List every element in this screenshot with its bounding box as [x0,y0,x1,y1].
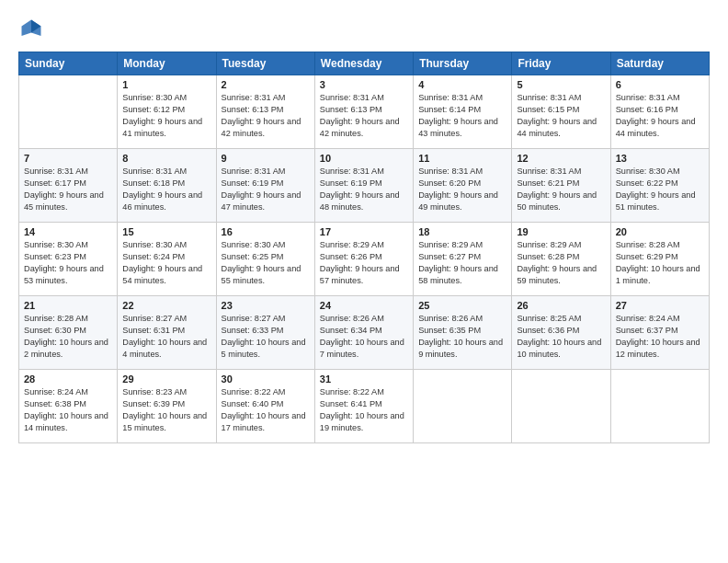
calendar-cell: 29Sunrise: 8:23 AMSunset: 6:39 PMDayligh… [118,370,216,443]
day-info: Sunrise: 8:24 AMSunset: 6:37 PMDaylight:… [616,313,704,361]
day-info: Sunrise: 8:23 AMSunset: 6:39 PMDaylight:… [122,386,210,434]
calendar-cell [19,75,118,149]
day-info: Sunrise: 8:31 AMSunset: 6:20 PMDaylight:… [418,166,506,213]
day-info: Sunrise: 8:31 AMSunset: 6:13 PMDaylight:… [222,92,310,140]
day-info: Sunrise: 8:29 AMSunset: 6:27 PMDaylight:… [418,239,506,287]
day-info: Sunrise: 8:22 AMSunset: 6:40 PMDaylight:… [222,386,310,434]
day-number: 8 [122,153,210,164]
calendar-cell: 7Sunrise: 8:31 AMSunset: 6:17 PMDaylight… [19,149,118,223]
calendar-cell: 19Sunrise: 8:29 AMSunset: 6:28 PMDayligh… [512,223,610,296]
calendar-week-row: 21Sunrise: 8:28 AMSunset: 6:30 PMDayligh… [19,296,710,370]
day-number: 17 [320,226,408,237]
day-number: 19 [517,226,605,237]
weekday-header: Sunday [19,52,118,75]
calendar-cell: 5Sunrise: 8:31 AMSunset: 6:15 PMDaylight… [512,75,610,149]
day-info: Sunrise: 8:29 AMSunset: 6:26 PMDaylight:… [320,239,408,287]
weekday-header: Saturday [610,52,709,75]
calendar-header: SundayMondayTuesdayWednesdayThursdayFrid… [19,52,710,75]
calendar-table: SundayMondayTuesdayWednesdayThursdayFrid… [18,52,710,443]
day-info: Sunrise: 8:31 AMSunset: 6:13 PMDaylight:… [320,92,408,140]
calendar-week-row: 28Sunrise: 8:24 AMSunset: 6:38 PMDayligh… [19,370,710,443]
calendar-cell: 1Sunrise: 8:30 AMSunset: 6:12 PMDaylight… [118,75,216,149]
weekday-header: Wednesday [314,52,413,75]
day-number: 25 [418,300,506,311]
day-number: 21 [24,300,112,311]
logo-icon [18,17,44,42]
day-info: Sunrise: 8:25 AMSunset: 6:36 PMDaylight:… [517,313,605,361]
day-number: 3 [320,79,408,90]
day-info: Sunrise: 8:27 AMSunset: 6:31 PMDaylight:… [122,313,210,361]
calendar-cell: 20Sunrise: 8:28 AMSunset: 6:29 PMDayligh… [610,223,709,296]
day-number: 7 [24,153,112,164]
weekday-header: Thursday [414,52,512,75]
calendar-cell: 17Sunrise: 8:29 AMSunset: 6:26 PMDayligh… [314,223,413,296]
day-info: Sunrise: 8:28 AMSunset: 6:29 PMDaylight:… [616,239,704,287]
calendar-week-row: 14Sunrise: 8:30 AMSunset: 6:23 PMDayligh… [19,223,710,296]
day-number: 18 [418,226,506,237]
calendar-cell: 31Sunrise: 8:22 AMSunset: 6:41 PMDayligh… [314,370,413,443]
header [18,17,710,42]
day-info: Sunrise: 8:27 AMSunset: 6:33 PMDaylight:… [222,313,310,361]
calendar-cell: 18Sunrise: 8:29 AMSunset: 6:27 PMDayligh… [414,223,512,296]
calendar-cell: 11Sunrise: 8:31 AMSunset: 6:20 PMDayligh… [414,149,512,223]
day-number: 14 [24,226,112,237]
day-number: 10 [320,153,408,164]
calendar-cell: 8Sunrise: 8:31 AMSunset: 6:18 PMDaylight… [118,149,216,223]
day-info: Sunrise: 8:29 AMSunset: 6:28 PMDaylight:… [517,239,605,287]
calendar-cell [610,370,709,443]
calendar-cell: 4Sunrise: 8:31 AMSunset: 6:14 PMDaylight… [414,75,512,149]
calendar-cell: 16Sunrise: 8:30 AMSunset: 6:25 PMDayligh… [216,223,314,296]
calendar-cell: 6Sunrise: 8:31 AMSunset: 6:16 PMDaylight… [610,75,709,149]
calendar-cell: 13Sunrise: 8:30 AMSunset: 6:22 PMDayligh… [610,149,709,223]
calendar-cell: 25Sunrise: 8:26 AMSunset: 6:35 PMDayligh… [414,296,512,370]
day-info: Sunrise: 8:31 AMSunset: 6:17 PMDaylight:… [24,166,112,213]
calendar-cell: 9Sunrise: 8:31 AMSunset: 6:19 PMDaylight… [216,149,314,223]
day-number: 9 [222,153,310,164]
calendar-cell: 30Sunrise: 8:22 AMSunset: 6:40 PMDayligh… [216,370,314,443]
day-number: 12 [517,153,605,164]
day-info: Sunrise: 8:30 AMSunset: 6:25 PMDaylight:… [222,239,310,287]
calendar-week-row: 7Sunrise: 8:31 AMSunset: 6:17 PMDaylight… [19,149,710,223]
calendar-week-row: 1Sunrise: 8:30 AMSunset: 6:12 PMDaylight… [19,75,710,149]
day-number: 22 [122,300,210,311]
calendar-cell: 12Sunrise: 8:31 AMSunset: 6:21 PMDayligh… [512,149,610,223]
day-number: 6 [616,79,704,90]
day-number: 1 [122,79,210,90]
calendar-cell: 22Sunrise: 8:27 AMSunset: 6:31 PMDayligh… [118,296,216,370]
calendar-cell: 23Sunrise: 8:27 AMSunset: 6:33 PMDayligh… [216,296,314,370]
day-info: Sunrise: 8:31 AMSunset: 6:19 PMDaylight:… [320,166,408,213]
day-number: 16 [222,226,310,237]
calendar-body: 1Sunrise: 8:30 AMSunset: 6:12 PMDaylight… [19,75,710,443]
day-number: 27 [616,300,704,311]
calendar-cell: 21Sunrise: 8:28 AMSunset: 6:30 PMDayligh… [19,296,118,370]
day-number: 28 [24,373,112,385]
day-number: 24 [320,300,408,311]
weekday-header: Tuesday [216,52,314,75]
day-info: Sunrise: 8:31 AMSunset: 6:18 PMDaylight:… [122,166,210,213]
day-info: Sunrise: 8:22 AMSunset: 6:41 PMDaylight:… [320,386,408,434]
day-info: Sunrise: 8:24 AMSunset: 6:38 PMDaylight:… [24,386,112,434]
weekday-header: Friday [512,52,610,75]
day-info: Sunrise: 8:30 AMSunset: 6:12 PMDaylight:… [122,92,210,140]
calendar-cell [414,370,512,443]
day-info: Sunrise: 8:31 AMSunset: 6:14 PMDaylight:… [418,92,506,140]
calendar-cell: 26Sunrise: 8:25 AMSunset: 6:36 PMDayligh… [512,296,610,370]
day-info: Sunrise: 8:30 AMSunset: 6:23 PMDaylight:… [24,239,112,287]
weekday-row: SundayMondayTuesdayWednesdayThursdayFrid… [19,52,710,75]
calendar-cell: 28Sunrise: 8:24 AMSunset: 6:38 PMDayligh… [19,370,118,443]
calendar-cell: 10Sunrise: 8:31 AMSunset: 6:19 PMDayligh… [314,149,413,223]
day-info: Sunrise: 8:30 AMSunset: 6:22 PMDaylight:… [616,166,704,213]
day-number: 29 [122,373,210,385]
day-number: 11 [418,153,506,164]
day-number: 30 [222,373,310,385]
day-number: 2 [222,79,310,90]
day-number: 15 [122,226,210,237]
day-number: 13 [616,153,704,164]
day-info: Sunrise: 8:26 AMSunset: 6:34 PMDaylight:… [320,313,408,361]
day-info: Sunrise: 8:26 AMSunset: 6:35 PMDaylight:… [418,313,506,361]
logo [18,17,48,42]
day-number: 20 [616,226,704,237]
day-number: 5 [517,79,605,90]
calendar-cell: 15Sunrise: 8:30 AMSunset: 6:24 PMDayligh… [118,223,216,296]
calendar-cell: 14Sunrise: 8:30 AMSunset: 6:23 PMDayligh… [19,223,118,296]
